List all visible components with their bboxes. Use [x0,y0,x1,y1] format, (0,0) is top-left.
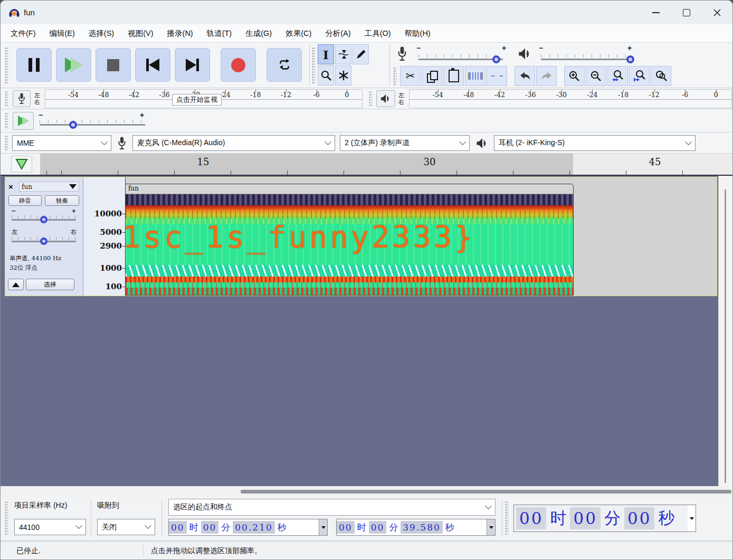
menu-generate[interactable]: 生成(G) [239,29,279,39]
recording-device-select[interactable]: 麦克风 (C-Media(R) Audio) [132,135,335,151]
time-toolbar-grip[interactable] [505,501,508,536]
play-meter[interactable]: -54-48 -42-36 -30-24 -18-12 -60 [409,89,732,108]
vertical-scrollbar[interactable] [718,176,732,486]
record-meter-grip[interactable] [5,91,8,107]
trim-audio-button[interactable] [465,66,486,86]
track-select-button[interactable]: 选择 [26,279,74,290]
menu-analyze[interactable]: 分析(A) [318,29,357,39]
redo-button[interactable] [536,66,557,86]
pan-slider[interactable] [12,241,76,242]
menu-effect[interactable]: 效果(C) [279,29,318,39]
record-button[interactable] [221,48,256,82]
selection-toolbar-grip[interactable] [5,501,8,536]
silence-audio-button[interactable] [487,66,507,86]
tools-toolbar-grip[interactable] [312,47,315,84]
menu-tracks[interactable]: 轨道(T) [200,29,239,39]
selection-tool-button[interactable]: I [318,44,334,64]
audio-clip[interactable]: fun 1sc_1s_funny2333} [125,184,574,296]
minimize-button[interactable] [641,1,671,24]
vertical-scrollbar-thumb[interactable] [725,189,726,483]
zoom-toggle-button[interactable] [651,66,671,86]
selection-end-time[interactable]: 00 时 00 分 39.580 秒 [336,519,496,536]
time-format-dropdown[interactable] [319,519,327,535]
speed-toolbar-grip[interactable] [5,112,8,129]
zoom-tool-button[interactable] [318,65,334,86]
timeline-ruler[interactable]: 15 30 45 [40,154,732,175]
horizontal-scrollbar[interactable] [1,486,732,497]
menu-select[interactable]: 选择(S) [82,29,121,39]
copy-button[interactable] [422,66,442,86]
monitor-tooltip[interactable]: 点击开始监视 [172,94,222,106]
gain-slider[interactable] [12,219,76,221]
track-name-menu[interactable]: fun [19,182,79,192]
time-format-dropdown[interactable] [688,505,696,531]
draw-tool-button[interactable] [353,44,369,64]
menu-transport[interactable]: 播录(N) [160,29,200,39]
gain-thumb[interactable] [40,216,47,223]
project-rate-label: 项目采样率 (Hz) [14,501,67,510]
collapse-track-button[interactable] [8,279,24,290]
skip-to-start-button[interactable] [135,48,170,82]
maximize-button[interactable] [671,1,702,24]
pause-button[interactable] [16,48,52,82]
gain-plus: + [72,207,76,215]
project-rate-select[interactable]: 44100 [14,519,86,535]
close-button[interactable] [702,1,732,24]
paste-button[interactable] [443,66,464,86]
record-volume-thumb[interactable] [492,55,500,63]
play-meter-button[interactable] [376,90,395,107]
play-volume-ticks [541,54,631,58]
record-meter-button[interactable] [13,90,31,107]
play-at-speed-button[interactable] [13,112,34,130]
multi-tool-button[interactable] [335,65,351,86]
pan-thumb[interactable] [40,238,47,245]
menu-view[interactable]: 视图(V) [121,29,160,39]
track-close-button[interactable]: × [8,182,13,191]
stop-button[interactable] [96,48,131,82]
time-format-dropdown[interactable] [487,519,495,535]
zoom-to-selection-button[interactable] [607,66,628,86]
audio-host-select[interactable]: MME [12,135,111,151]
selection-start-time[interactable]: 00 时 00 分 00.210 秒 [168,519,328,536]
envelope-tool-button[interactable] [335,44,351,64]
horizontal-scrollbar-thumb[interactable] [241,490,731,493]
edit-toolbar-grip[interactable] [393,67,396,86]
undo-button[interactable] [515,66,535,86]
recording-channels-select[interactable]: 2 (立体声) 录制声道 [340,135,470,151]
audio-position-time[interactable]: 00 时 00 分 00 秒 [513,505,696,532]
cut-button[interactable]: ✂ [400,66,421,86]
spectrogram-frequency-ruler[interactable]: 10000 5000 2900 1000 100 [83,177,126,296]
spectrogram[interactable]: 1sc_1s_funny2333} [126,194,573,296]
solo-button[interactable]: 独奏 [45,195,79,206]
device-toolbar-grip[interactable] [5,135,8,151]
chevron-down-icon [101,138,108,145]
play-meter-grip[interactable] [369,91,372,107]
play-button[interactable] [56,48,91,82]
selection-mode-select[interactable]: 选区的起点和终点 [168,499,496,516]
zoom-out-button[interactable] [586,66,606,86]
audio-track: × fun 静音 独奏 − + 左 右 [5,177,717,296]
tracks-viewport[interactable]: × fun 静音 独奏 − + 左 右 [1,176,732,486]
skip-to-end-button[interactable] [175,48,210,82]
status-bar: 已停止. 点击并拖动以调整选区顶部频率。 [1,541,732,560]
loop-button[interactable] [266,48,302,82]
menu-tools[interactable]: 工具(O) [358,29,398,39]
clip-title-bar[interactable]: fun [126,184,573,194]
play-volume-slider[interactable] [541,59,631,60]
record-meter[interactable]: -54-48 -42-36 -30-24 -18-12 -60 点击开始监视 [45,89,363,108]
fit-project-button[interactable] [629,66,650,86]
play-volume-thumb[interactable] [626,55,634,63]
play-speed-slider[interactable] [40,124,145,126]
pin-playhead-button[interactable] [11,156,32,173]
mute-button[interactable]: 静音 [8,195,42,206]
transport-toolbar-grip[interactable] [5,47,8,84]
play-meter-speaker-icon [380,93,392,104]
menu-edit[interactable]: 编辑(E) [43,29,82,39]
menu-file[interactable]: 文件(F) [4,29,43,39]
snap-to-select[interactable]: 关闭 [97,519,155,535]
playback-device-select[interactable]: 耳机 (2- iKF-King-S) [494,135,696,151]
play-speed-thumb[interactable] [69,121,77,129]
menu-help[interactable]: 帮助(H) [398,29,437,39]
zoom-in-button[interactable] [564,66,585,86]
record-volume-slider[interactable] [418,59,503,60]
